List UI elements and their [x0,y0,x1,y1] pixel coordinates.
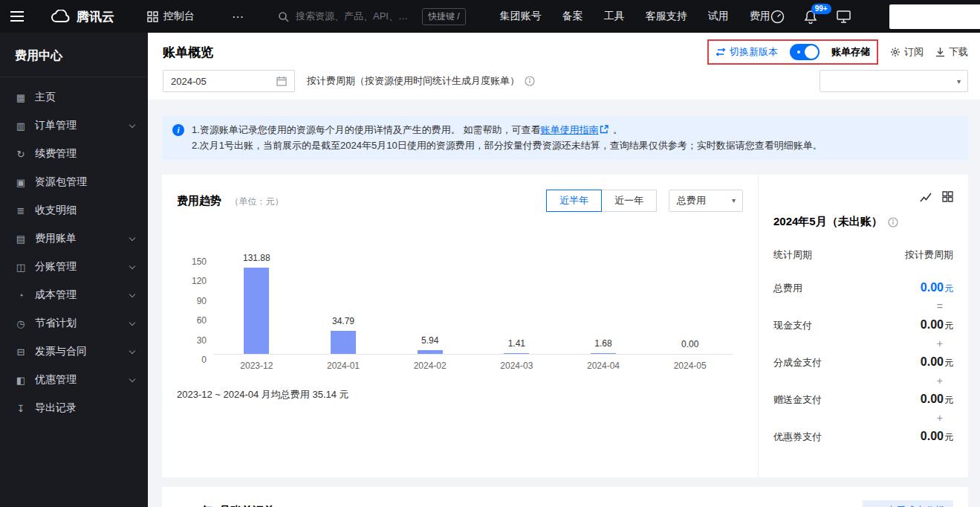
dashboard-gauge-icon[interactable] [770,10,785,24]
sidebar-item-label: 分账管理 [35,260,77,274]
metric-select[interactable]: 总费用 ▾ [669,190,743,212]
tab-one-year[interactable]: 近一年 [601,190,657,212]
calendar-icon [276,76,287,86]
device-monitor-icon[interactable] [837,10,851,23]
notifications-bell-icon[interactable]: 99+ [804,10,817,24]
month-value: 2024-05 [171,76,207,87]
topnav-item[interactable]: 备案 [562,10,583,23]
bar [244,268,269,354]
info-circle-icon: i [172,124,184,136]
amount: 0.00 [921,318,944,331]
sidebar-item-cost-management[interactable]: ◔成本管理 [0,281,148,309]
download-button[interactable]: 下载 [935,45,968,59]
annotation-highlight: 切换新版本 账单存储 [707,39,878,65]
split-billing-icon: ◫ [15,262,27,273]
month-picker[interactable]: 2024-05 [163,70,295,92]
amount: 0.00 [921,430,944,442]
sidebar-item-label: 订单管理 [35,119,77,132]
amount-unit: 元 [944,358,953,368]
topbar: 腾讯云 控制台 ⋯ 搜索资源、产品、API、… 快捷键 / 集团账号备案工具客服… [0,0,980,33]
topnav-item[interactable]: 集团账号 [500,10,542,23]
sidebar-item-transactions[interactable]: ≣收支明细 [0,196,148,225]
amount-unit: 元 [944,432,953,442]
topbar-nav: 集团账号备案工具客服支持试用费用 [500,10,770,23]
topnav-item[interactable]: 工具 [604,10,625,23]
account-box[interactable] [889,4,980,29]
notice-line-1: 1.资源账单记录您使用的资源每个月的使用详情及产生的费用。 如需帮助，可查看账单… [192,123,822,138]
line-chart-view-icon[interactable] [920,191,932,206]
summary-row-label: 总费用 [773,282,802,295]
grid-view-icon[interactable] [942,191,953,206]
renewal-icon: ↻ [15,149,27,160]
sidebar-item-split-billing[interactable]: ◫分账管理 [0,253,148,281]
operator: + [773,375,953,387]
summary-row: 优惠券支付0.00元 [773,430,953,444]
search-input[interactable]: 搜索资源、产品、API、… 快捷键 / [278,8,466,25]
billing-guide-link[interactable]: 账单使用指南 [540,124,598,135]
chevron-down-icon [129,347,135,353]
sidebar-item-discount-management[interactable]: ◧优惠管理 [0,366,148,394]
amount-unit: 元 [944,320,953,331]
bar [418,350,443,354]
sidebar-item-savings-plans[interactable]: ◷节省计划 [0,309,148,338]
summary-title: 2024年5月（未出账） [773,215,883,229]
bar-chart: 131.882023-1234.792024-015.942024-021.41… [213,256,733,355]
notification-badge: 99+ [811,4,831,14]
sidebar-item-invoices-contracts[interactable]: ⊟发票与合同 [0,338,148,366]
topnav-item[interactable]: 试用 [708,10,729,23]
logo-text: 腾讯云 [77,8,114,25]
switch-new-version-link[interactable]: 切换新版本 [715,45,778,59]
trend-title: 费用趋势 [177,194,221,207]
y-axis-tick: 60 [197,315,207,326]
home-icon: ▦ [15,92,27,103]
tencent-cloud-logo[interactable]: 腾讯云 [51,8,114,25]
console-link[interactable]: 控制台 [147,10,195,23]
more-menu-icon[interactable]: ⋯ [232,10,244,24]
info-icon[interactable] [888,217,898,227]
console-grid-icon [147,11,158,22]
sidebar-item-resource-packages[interactable]: ▣资源包管理 [0,168,148,196]
sidebar-item-renewal-management[interactable]: ↻续费管理 [0,140,148,168]
sidebar-item-home[interactable]: ▦主页 [0,83,148,112]
range-tabs: 近半年 近一年 [546,190,657,212]
topbar-icons: 99+ q [770,0,980,33]
chevron-down-icon [129,234,135,240]
summary-row-label: 赠送金支付 [773,393,822,407]
notice-banner: i 1.资源账单记录您使用的资源每个月的使用详情及产生的费用。 如需帮助，可查看… [162,116,968,160]
sidebar-item-label: 资源包管理 [35,175,87,189]
amount-rows: 总费用0.00元=现金支付0.00元+分成金支付0.00元+赠送金支付0.00元… [773,281,953,444]
summary-row-value: 0.00元 [921,430,953,444]
page-header: 账单概览 切换新版本 账单存储 订阅 [148,33,980,100]
sidebar-item-export-records[interactable]: ↧导出记录 [0,394,148,422]
trend-chart-section: 费用趋势 （单位：元） 近半年 近一年 总费用 ▾ 0306 [162,175,758,477]
summary-row-value: 0.00元 [921,318,953,332]
chart-bar-group: 0.002024-05 [646,256,733,354]
tab-half-year[interactable]: 近半年 [546,190,602,212]
sidebar-menu: ▦主页▥订单管理↻续费管理▣资源包管理≣收支明细▤费用账单◫分账管理◔成本管理◷… [0,83,148,422]
y-axis-tick: 30 [197,335,207,346]
summary-row: 现金支付0.00元 [773,318,953,332]
bill-storage-toggle[interactable] [790,44,820,60]
bar [504,353,529,354]
bill-summary-card: 2024年5月账单汇总 （单位：元） 查看成本分析 [162,487,968,507]
sidebar-item-bills[interactable]: ▤费用账单 [0,225,148,253]
cost-trend-card: 费用趋势 （单位：元） 近半年 近一年 总费用 ▾ 0306 [162,175,968,477]
topnav-item[interactable]: 费用 [750,10,770,23]
trend-unit: （单位：元） [230,196,283,207]
subscribe-button[interactable]: 订阅 [890,45,924,59]
sidebar-item-label: 节省计划 [35,317,77,330]
main-content: 账单概览 切换新版本 账单存储 订阅 [148,33,980,507]
hamburger-menu-icon[interactable] [10,11,24,22]
summary-row-label: 优惠券支付 [773,430,822,444]
account-filter-select[interactable]: ▾ [820,70,968,92]
chevron-down-icon [129,319,135,325]
cost-analysis-button[interactable]: 查看成本分析 [863,500,953,507]
topnav-item[interactable]: 客服支持 [646,10,687,23]
shortcut-hint: 快捷键 / [422,8,466,25]
resource-pack-icon: ▣ [15,177,27,188]
info-icon[interactable] [525,76,535,86]
download-icon [935,47,945,57]
bills-icon: ▤ [15,233,27,245]
sidebar-item-label: 费用账单 [35,232,77,245]
sidebar-item-order-management[interactable]: ▥订单管理 [0,112,148,140]
